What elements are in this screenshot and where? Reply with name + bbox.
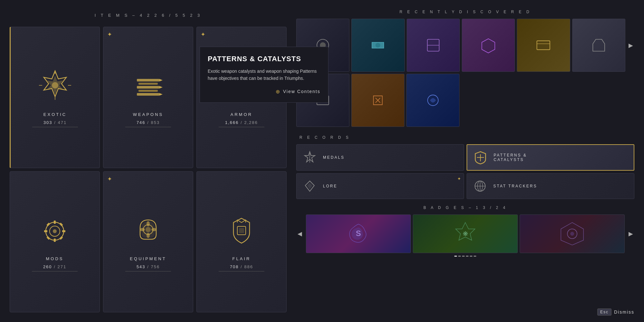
- svg-rect-7: [137, 79, 159, 81]
- badge-dot-6: [474, 256, 476, 257]
- exotic-label: EXOTIC: [43, 112, 67, 117]
- medals-label: MEDALS: [323, 155, 345, 160]
- recent-item-6[interactable]: [572, 19, 625, 72]
- svg-point-32: [147, 221, 150, 226]
- svg-marker-43: [482, 39, 495, 53]
- svg-point-35: [151, 228, 156, 231]
- svg-rect-44: [537, 41, 550, 50]
- badges-section: B A D G E S – 1 3 / 2 4 ◀ S: [296, 205, 634, 257]
- stat-trackers-label: STAT TRACKERS: [493, 184, 537, 188]
- svg-point-2: [52, 82, 58, 89]
- recent-item-2[interactable]: [351, 19, 404, 72]
- dismiss-button[interactable]: Esc Dismiss: [597, 308, 634, 316]
- svg-rect-8: [138, 83, 158, 85]
- badge-item-2[interactable]: ❋: [413, 214, 518, 253]
- equipment-count: 543 / 756: [137, 264, 160, 269]
- recently-discovered-section: R E C E N T L Y D I S C O V E R E D: [296, 10, 634, 129]
- svg-text:❋: ❋: [462, 230, 468, 237]
- grid-item-mods[interactable]: MODS 260 / 271: [10, 171, 100, 313]
- badge-item-1[interactable]: S: [306, 214, 411, 253]
- svg-point-40: [376, 43, 381, 48]
- triumph-medals[interactable]: MEDALS: [296, 144, 464, 171]
- svg-marker-13: [159, 86, 163, 89]
- esc-key-badge: Esc: [597, 308, 611, 316]
- lore-plus: ✦: [457, 176, 461, 181]
- badge-dot-2: [458, 256, 461, 257]
- grid-item-exotic[interactable]: EXOTIC 303 / 471: [10, 27, 100, 168]
- view-contents-icon: ⊕: [276, 89, 280, 95]
- triumph-patterns-catalysts[interactable]: PATTERNS & CATALYSTS: [467, 144, 634, 171]
- svg-rect-37: [239, 228, 244, 233]
- patterns-catalysts-icon: [472, 149, 488, 166]
- recent-item-5[interactable]: [517, 19, 570, 72]
- svg-rect-11: [137, 93, 159, 96]
- svg-rect-29: [59, 236, 63, 240]
- svg-rect-10: [138, 90, 158, 92]
- recent-item-9[interactable]: [406, 74, 459, 127]
- recent-item-4[interactable]: [462, 19, 515, 72]
- badge-pagination: [296, 256, 634, 257]
- tooltip-action[interactable]: ⊕ View Contents: [208, 89, 320, 95]
- equipment-icon: [129, 212, 167, 251]
- svg-marker-55: [307, 183, 312, 189]
- badge-dot-3: [462, 256, 465, 257]
- svg-point-21: [53, 229, 57, 233]
- grid-item-flair[interactable]: FLAIR 708 / 886: [196, 171, 287, 313]
- svg-rect-28: [46, 236, 50, 240]
- svg-rect-27: [59, 223, 63, 226]
- badge-item-3[interactable]: [520, 214, 625, 253]
- equipment-label: EQUIPMENT: [130, 256, 166, 261]
- triumphs-grid: MEDALS PATTERNS & CATALYSTS: [296, 144, 634, 199]
- recent-scroll-right[interactable]: ▶: [627, 41, 634, 50]
- svg-point-31: [146, 227, 151, 232]
- svg-text:S: S: [356, 229, 361, 238]
- badges-scroll-left[interactable]: ◀: [296, 229, 303, 239]
- svg-rect-22: [54, 221, 56, 224]
- dismiss-label: Dismiss: [614, 309, 634, 315]
- mods-count: 260 / 271: [43, 264, 66, 269]
- mods-label: MODS: [46, 256, 64, 261]
- armor-count: 1,666 / 2,286: [225, 120, 258, 125]
- tooltip-popup: PATTERNS & CATALYSTS Exotic weapon catal…: [200, 47, 328, 103]
- svg-rect-26: [46, 223, 50, 226]
- triumphs-section: R E C O R D S MEDALS: [296, 135, 634, 199]
- svg-marker-14: [159, 93, 163, 96]
- grid-item-equipment[interactable]: ✦ EQUIPME: [103, 171, 193, 313]
- svg-rect-23: [54, 239, 56, 242]
- medals-icon: [302, 149, 318, 166]
- tooltip-title: PATTERNS & CATALYSTS: [208, 55, 320, 63]
- grid-item-weapons[interactable]: ✦ WEAPONS 746 /: [103, 27, 193, 168]
- svg-point-64: [570, 232, 574, 236]
- weapons-count: 746 / 853: [137, 120, 160, 125]
- tooltip-description: Exotic weapon catalysts and weapon shapi…: [208, 68, 320, 82]
- svg-rect-24: [44, 230, 47, 232]
- weapons-plus: ✦: [107, 31, 112, 38]
- recent-item-8[interactable]: [351, 74, 404, 127]
- right-panel: R E C E N T L Y D I S C O V E R E D: [296, 10, 634, 312]
- exotic-icon: [36, 68, 74, 106]
- badges-scroll-right[interactable]: ▶: [627, 229, 634, 239]
- equipment-plus: ✦: [107, 175, 112, 183]
- view-contents-label: View Contents: [283, 89, 320, 94]
- patterns-catalysts-label: PATTERNS &: [494, 153, 527, 157]
- mods-icon: [35, 212, 74, 251]
- exotic-count: 303 / 471: [43, 120, 67, 125]
- recent-item-3[interactable]: [407, 19, 460, 72]
- badge-dot-5: [470, 256, 472, 257]
- stat-trackers-icon: [472, 178, 488, 194]
- svg-rect-9: [137, 86, 159, 89]
- items-header: I T E M S – 4 2 2 6 / 5 5 2 3: [10, 10, 287, 21]
- badges-slider: ◀ S ❋: [296, 214, 634, 253]
- recently-discovered-header: R E C E N T L Y D I S C O V E R E D: [296, 10, 634, 14]
- badge-dot-4: [466, 256, 469, 257]
- weapons-label: WEAPONS: [133, 112, 163, 117]
- triumphs-header: R E C O R D S: [296, 135, 634, 140]
- lore-label: LORE: [323, 184, 337, 188]
- weapons-icon: [129, 68, 167, 106]
- triumph-lore[interactable]: ✦ LORE: [296, 173, 464, 199]
- badges-track: S ❋: [306, 214, 625, 253]
- svg-point-34: [140, 228, 145, 231]
- patterns-catalysts-label2: CATALYSTS: [494, 157, 527, 162]
- armor-label: ARMOR: [231, 112, 252, 117]
- triumph-stat-trackers[interactable]: STAT TRACKERS: [467, 173, 634, 199]
